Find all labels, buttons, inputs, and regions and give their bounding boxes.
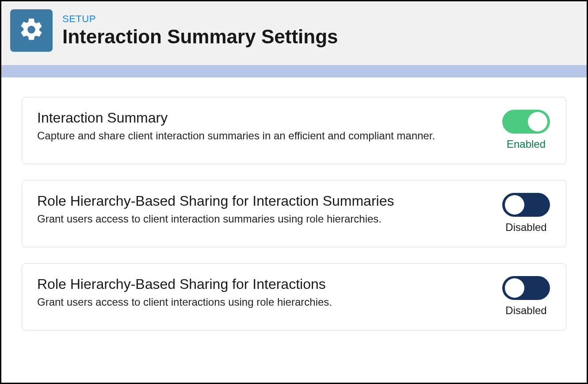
toggle-status-label: Enabled — [507, 138, 546, 150]
setting-card-interaction-summary: Interaction Summary Capture and share cl… — [22, 97, 566, 164]
gear-icon — [18, 16, 45, 45]
setting-text: Role Hierarchy-Based Sharing for Interac… — [37, 193, 484, 226]
setting-title: Role Hierarchy-Based Sharing for Interac… — [37, 276, 484, 292]
setting-text: Role Hierarchy-Based Sharing for Interac… — [37, 276, 484, 309]
setting-description: Grant users access to client interaction… — [37, 295, 484, 309]
header-text: SETUP Interaction Summary Settings — [62, 13, 338, 48]
toggle-knob — [505, 195, 524, 215]
setting-card-role-hierarchy-interactions: Role Hierarchy-Based Sharing for Interac… — [22, 263, 566, 330]
eyebrow-label: SETUP — [62, 13, 338, 25]
setting-toggle-group: Enabled — [501, 110, 551, 150]
header-divider-band — [1, 65, 587, 77]
toggle-interaction-summary[interactable] — [502, 110, 550, 134]
setting-description: Grant users access to client interaction… — [37, 212, 484, 226]
toggle-status-label: Disabled — [505, 304, 546, 317]
toggle-knob — [528, 112, 547, 131]
toggle-role-hierarchy-interactions[interactable] — [502, 276, 550, 300]
setting-toggle-group: Disabled — [501, 193, 551, 234]
toggle-status-label: Disabled — [505, 221, 546, 234]
page-title: Interaction Summary Settings — [62, 26, 338, 48]
setting-title: Role Hierarchy-Based Sharing for Interac… — [37, 193, 484, 209]
settings-content: Interaction Summary Capture and share cl… — [1, 77, 587, 330]
setting-card-role-hierarchy-summaries: Role Hierarchy-Based Sharing for Interac… — [22, 180, 566, 247]
setting-toggle-group: Disabled — [501, 276, 551, 317]
setting-text: Interaction Summary Capture and share cl… — [37, 110, 484, 143]
setting-title: Interaction Summary — [37, 110, 484, 126]
gear-icon-box — [10, 9, 53, 52]
setting-description: Capture and share client interaction sum… — [37, 129, 484, 143]
page-header: SETUP Interaction Summary Settings — [1, 1, 587, 65]
toggle-role-hierarchy-summaries[interactable] — [502, 193, 550, 217]
toggle-knob — [505, 278, 524, 298]
